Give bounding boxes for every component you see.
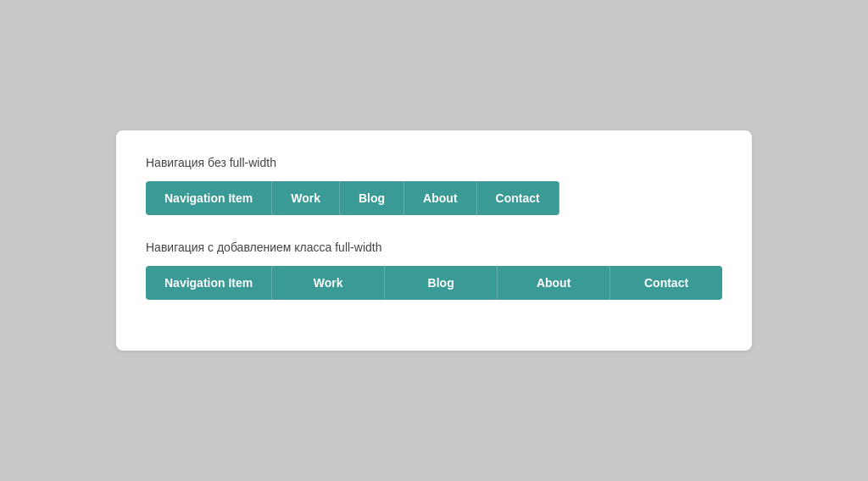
nav-item-contact[interactable]: Contact [477,181,559,215]
nav-item-navigation-item[interactable]: Navigation Item [146,181,272,215]
nav-item-about[interactable]: About [404,181,476,215]
section-no-full-width: Навигация без full-width Navigation Item… [146,156,722,215]
card: Навигация без full-width Navigation Item… [116,130,752,351]
section1-label: Навигация без full-width [146,156,722,169]
nav-fw-item-about[interactable]: About [498,266,610,300]
nav-bar-full-width: Navigation Item Work Blog About Contact [146,266,722,300]
nav-fw-item-contact[interactable]: Contact [610,266,722,300]
nav-item-blog[interactable]: Blog [340,181,404,215]
nav-fw-item-work[interactable]: Work [272,266,385,300]
nav-fw-item-navigation-item[interactable]: Navigation Item [146,266,272,300]
nav-bar-no-full-width: Navigation Item Work Blog About Contact [146,181,559,215]
nav-fw-item-blog[interactable]: Blog [385,266,498,300]
nav-item-work[interactable]: Work [272,181,340,215]
section-full-width: Навигация с добавлением класса full-widt… [146,240,722,300]
section2-label: Навигация с добавлением класса full-widt… [146,240,722,254]
